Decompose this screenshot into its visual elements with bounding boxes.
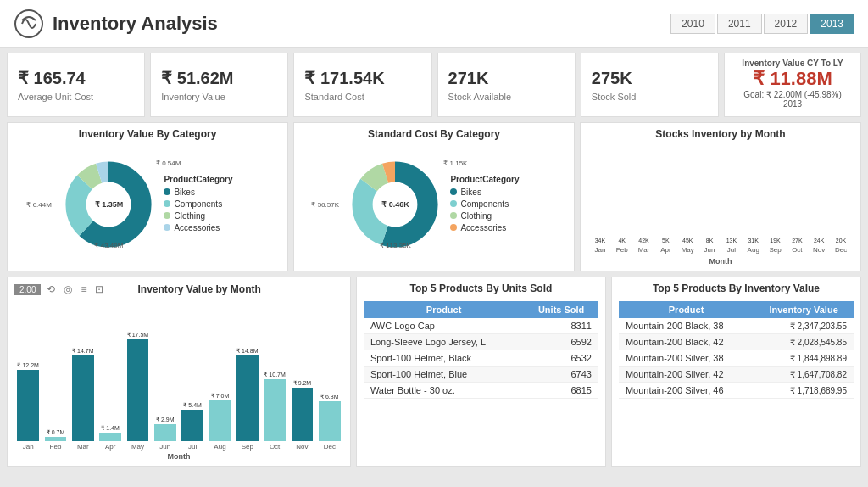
header-left: Inventory Analysis: [14, 8, 218, 39]
inv-month-header: 2.00 ⟲ ◎ ≡ ⊡ Inventory Value by Month: [14, 283, 343, 296]
inv-month-x-label: Month: [14, 452, 343, 461]
top5-inv-col1-header: Product: [619, 301, 754, 318]
inv-month-bar-group-jul: ₹ 5.4MJul: [179, 402, 206, 451]
top5-units-row: Water Bottle - 30 oz.6815: [364, 383, 598, 399]
inv-month-bar-oct: [264, 379, 286, 441]
inv-month-bar-may: [127, 339, 149, 441]
kpi-standard-cost-label: Standard Cost: [304, 92, 420, 102]
inv-month-chart-area: ₹ 12.2MJan₹ 0.7MFeb₹ 14.7MMar₹ 1.4MApr₹ …: [14, 298, 343, 461]
donut-inv-bottom-label: ₹ 43.49M: [94, 242, 123, 249]
sc-category-legend: ProductCategory Bikes Components Clothin…: [450, 175, 519, 235]
expand-button[interactable]: ⊡: [92, 283, 106, 296]
inv-month-bar-value-aug: ₹ 7.0M: [211, 393, 230, 400]
kpi-standard-cost: ₹ 171.54K Standard Cost: [293, 53, 431, 117]
inv-month-bar-feb: [45, 437, 67, 441]
inv-month-bar-value-dec: ₹ 6.8M: [320, 394, 339, 400]
inv-month-bar-label-jan: Jan: [23, 443, 34, 451]
inv-month-bar-group-may: ₹ 17.5MMay: [124, 332, 151, 451]
legend-label-accessories-inv: Accessories: [174, 223, 220, 232]
stock-bar-value-aug: 31K: [748, 238, 758, 244]
inventory-by-month-chart: 2.00 ⟲ ◎ ≡ ⊡ Inventory Value by Month ₹ …: [7, 277, 351, 467]
inv-month-bar-group-sep: ₹ 14.8MSep: [234, 348, 261, 451]
legend-dot-components-inv: [164, 200, 170, 207]
top5-units-col2-header: Units Sold: [524, 301, 598, 318]
stock-bar-group-nov: 24KNov: [808, 238, 830, 254]
top5-inv-row: Mountain-200 Silver, 38₹ 1,844,898.89: [619, 350, 854, 367]
donut-inv-top-label: ₹ 0.54M: [156, 160, 181, 167]
zoom-in-button[interactable]: ⟲: [44, 283, 58, 296]
year-2012-button[interactable]: 2012: [764, 14, 809, 34]
app-header: Inventory Analysis 2010 2011 2012 2013: [0, 0, 868, 48]
legend-bikes-inv: Bikes: [164, 188, 232, 197]
year-2011-button[interactable]: 2011: [717, 14, 762, 34]
top5-inv-row: Mountain-200 Silver, 46₹ 1,718,689.95: [619, 383, 854, 399]
top5-inv-row: Mountain-200 Black, 42₹ 2,028,545.85: [619, 334, 854, 350]
stock-bar-label-dec: Dec: [835, 246, 847, 254]
stock-bar-value-mar: 42K: [638, 238, 648, 244]
page-title: Inventory Analysis: [53, 13, 218, 35]
stock-bar-value-dec: 20K: [836, 238, 846, 244]
stocks-x-axis-label: Month: [589, 257, 852, 266]
inv-month-bar-jan: [17, 370, 39, 441]
legend-label-clothing-sc: Clothing: [460, 211, 492, 221]
top5-inv-row: Mountain-200 Black, 38₹ 2,347,203.55: [619, 318, 854, 334]
top5-units-sold-value: 6592: [524, 334, 598, 350]
legend-dot-bikes-sc: [450, 188, 457, 195]
stock-bar-group-sep: 19KSep: [765, 238, 787, 254]
donut-inv-left-label: ₹ 6.44M: [26, 201, 51, 209]
inv-month-bar-label-nov: Nov: [296, 443, 308, 451]
inv-month-bar-group-jun: ₹ 2.9MJun: [152, 417, 179, 451]
year-2010-button[interactable]: 2010: [670, 14, 715, 34]
top5-inv-product: Mountain-200 Black, 42: [619, 334, 754, 350]
stock-bar-value-jan: 34K: [595, 238, 605, 244]
sc-legend-title: ProductCategory: [450, 175, 519, 184]
legend-dot-clothing-inv: [164, 212, 170, 219]
stocks-by-month-title: Stocks Inventory by Month: [587, 128, 854, 140]
legend-label-clothing-inv: Clothing: [174, 211, 205, 221]
stock-bar-group-feb: 4KFeb: [611, 238, 633, 254]
inv-month-bar-group-mar: ₹ 14.7MMar: [70, 348, 97, 451]
kpi-standard-cost-value: ₹ 171.54K: [304, 68, 420, 88]
kpi-cy-ly-title: Inventory Value CY To LY: [733, 59, 852, 68]
top5-units-product: Sport-100 Helmet, Black: [364, 350, 524, 367]
inv-month-bar-label-may: May: [131, 443, 144, 451]
top5-units-sold-value: 6743: [524, 367, 598, 383]
inv-month-bar-label-jul: Jul: [188, 443, 197, 451]
legend-dot-bikes-inv: [164, 188, 170, 195]
stock-bar-value-may: 45K: [682, 238, 693, 244]
top5-units-table: Product Units Sold AWC Logo Cap8311Long-…: [364, 301, 598, 399]
stock-bar-label-nov: Nov: [813, 246, 825, 254]
top5-units-sold-value: 8311: [524, 318, 598, 334]
charts-row: Inventory Value By Category: [0, 122, 868, 277]
donut-sc-top-label: ₹ 1.15K: [443, 160, 467, 167]
top5-units-sold: Top 5 Products By Units Sold Product Uni…: [356, 277, 606, 467]
kpi-inventory-value-val: ₹ 51.62M: [161, 68, 277, 88]
year-2013-button[interactable]: 2013: [810, 14, 854, 34]
legend-dot-accessories-sc: [450, 224, 457, 231]
stock-bar-label-may: May: [682, 246, 694, 254]
donut-inv-center-label: ₹ 1.35M: [95, 200, 124, 209]
kpi-cy-ly: Inventory Value CY To LY ₹ 11.88M Goal: …: [724, 53, 861, 117]
top5-units-col1-header: Product: [364, 301, 524, 318]
inv-month-bar-value-sep: ₹ 14.8M: [236, 348, 258, 355]
top5-inv-product: Mountain-200 Silver, 42: [619, 367, 754, 383]
stock-bar-value-sep: 19K: [770, 238, 780, 244]
kpi-avg-unit-cost: ₹ 165.74 Average Unit Cost: [7, 53, 145, 117]
filter-button[interactable]: ≡: [78, 283, 89, 296]
donut-container-sc: ₹ 0.46K ₹ 1.15K ₹ 56.57K ₹ 113.35K Produ…: [301, 143, 567, 266]
kpi-cy-ly-year: 2013: [733, 99, 852, 109]
inv-month-bar-label-oct: Oct: [270, 443, 280, 451]
top5-inv-value: ₹ 1,718,689.95: [754, 383, 854, 399]
stock-bar-group-aug: 31KAug: [743, 238, 765, 254]
bottom-row: 2.00 ⟲ ◎ ≡ ⊡ Inventory Value by Month ₹ …: [0, 277, 868, 472]
top5-inv-value: ₹ 1,647,708.82: [754, 367, 854, 383]
inv-month-bar-value-mar: ₹ 14.7M: [72, 348, 93, 355]
inv-month-bar-group-dec: ₹ 6.8MDec: [316, 394, 343, 451]
legend-label-bikes-inv: Bikes: [174, 188, 194, 197]
stock-bar-label-sep: Sep: [769, 246, 781, 254]
inv-month-bar-value-jun: ₹ 2.9M: [156, 417, 175, 423]
top5-inv-row: Mountain-200 Silver, 42₹ 1,647,708.82: [619, 367, 854, 383]
zoom-out-button[interactable]: ◎: [61, 283, 75, 296]
inv-month-bar-jun: [154, 424, 176, 441]
standard-cost-by-category-content: ₹ 0.46K ₹ 1.15K ₹ 56.57K ₹ 113.35K Produ…: [301, 143, 567, 266]
